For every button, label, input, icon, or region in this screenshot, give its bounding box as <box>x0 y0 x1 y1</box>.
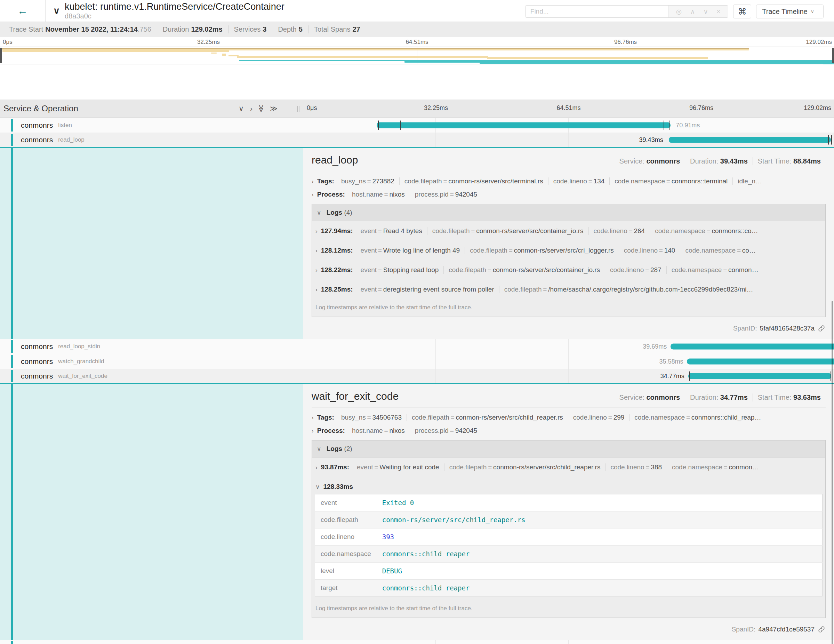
span-operation: read_loop <box>58 136 84 143</box>
detail-duration: Duration: 39.43ms <box>685 157 753 165</box>
logs-footnote: Log timestamps are relative to the start… <box>312 299 825 317</box>
timeline-tick: 129.02ms <box>804 104 831 112</box>
scope-match-icon[interactable]: ◎ <box>672 8 686 16</box>
span-bar[interactable] <box>687 359 834 365</box>
span-row-read-loop-stdin[interactable]: conmonrs read_loop_stdin 39.69ms <box>0 339 834 354</box>
tag-pair: busy_ns273882 <box>336 178 399 185</box>
table-row: targetconmonrs::child_reaper <box>315 579 823 597</box>
log-pair: code.filepathconmon-rs/server/src/child_… <box>444 463 606 471</box>
log-pair: code.filepathconmon-rs/server/src/cri_lo… <box>465 247 619 254</box>
table-row: code.namespaceconmonrs::child_reaper <box>315 545 823 563</box>
span-color-accent <box>11 148 13 339</box>
trace-view-label: Trace Timeline <box>762 8 807 16</box>
minimap-right-scrubber[interactable] <box>832 48 834 63</box>
span-duration: 70.91ms <box>676 122 700 129</box>
logs-accordion-header[interactable]: ∨ Logs (2) <box>312 440 825 458</box>
chevron-right-icon: › <box>312 178 314 185</box>
span-bar[interactable] <box>377 123 671 128</box>
tags-accordion[interactable]: › Tags: busy_ns273882 code.filepathconmo… <box>312 178 826 185</box>
log-entry[interactable]: › 93.87ms: eventWaiting for exit code co… <box>312 458 825 477</box>
tags-label: Tags: <box>317 178 334 185</box>
tag-pair: code.namespaceconmonrs::terminal <box>609 178 732 185</box>
chevron-down-icon: ∨ <box>811 9 814 14</box>
collapse-one-icon[interactable]: ∨ <box>236 104 247 113</box>
chevron-down-icon: ∨ <box>317 209 321 216</box>
chevron-right-icon: › <box>315 464 318 471</box>
tags-accordion[interactable]: › Tags: busy_ns34506763 code.filepathcon… <box>312 414 826 421</box>
log-timestamp: 128.25ms: <box>321 286 353 293</box>
expand-one-icon[interactable]: › <box>247 104 255 113</box>
tag-pair: code.filepathconmon-rs/server/src/termin… <box>399 178 548 185</box>
expand-all-icon[interactable]: ≫ <box>267 104 281 113</box>
log-pair: code.filepathconmon-rs/server/src/contai… <box>443 266 605 274</box>
log-pair: eventderegistering event source from pol… <box>356 286 499 293</box>
next-result-icon[interactable]: ∨ <box>699 8 712 16</box>
log-pair: code.lineno388 <box>605 463 667 471</box>
log-entry[interactable]: › 128.12ms: eventWrote log line of lengt… <box>312 241 825 260</box>
keyboard-shortcuts-button[interactable]: ⌘ <box>733 5 751 18</box>
process-pair: process.pid942045 <box>410 427 482 435</box>
process-accordion[interactable]: › Process: host.namenixos process.pid942… <box>312 427 826 435</box>
log-entry[interactable]: › 127.94ms: eventRead 4 bytes code.filep… <box>312 221 825 241</box>
vertical-scrollbar[interactable] <box>832 301 833 644</box>
span-id-value: 5faf48165428c37a <box>760 325 815 332</box>
log-entry[interactable]: › 128.25ms: eventderegistering event sou… <box>312 280 825 299</box>
trace-total-spans: Total Spans27 <box>308 25 366 33</box>
ruler-tick: 0μs <box>3 39 13 45</box>
span-service: conmonrs <box>21 372 53 380</box>
collapse-all-icon[interactable]: ≫ <box>257 103 265 114</box>
trace-summary-bar: Trace StartNovember 15 2022, 11:24:14.75… <box>0 21 834 37</box>
column-resize-handle[interactable] <box>297 106 299 112</box>
logs-accordion-header[interactable]: ∨ Logs (4) <box>312 204 825 221</box>
logs-section: ∨ Logs (2) › 93.87ms: eventWaiting for e… <box>312 440 826 618</box>
log-pair: eventStopping read loop <box>356 266 444 274</box>
process-pair: process.pid942045 <box>410 191 482 198</box>
table-row: code.lineno393 <box>315 529 823 545</box>
clear-search-icon[interactable]: × <box>712 8 724 15</box>
span-operation: wait_for_exit_code <box>58 373 107 380</box>
process-accordion[interactable]: › Process: host.namenixos process.pid942… <box>312 191 826 198</box>
minimap-left-scrubber[interactable] <box>0 48 2 63</box>
span-row-wait-for-exit-code[interactable]: conmonrs wait_for_exit_code 34.77ms <box>0 369 834 384</box>
span-operation: listen <box>58 122 72 129</box>
table-row: eventExited 0 <box>315 494 823 511</box>
span-bar[interactable] <box>671 344 834 350</box>
log-entry[interactable]: › 128.22ms: eventStopping read loop code… <box>312 260 825 280</box>
process-pair: host.namenixos <box>347 191 410 198</box>
command-icon: ⌘ <box>738 6 747 17</box>
copy-link-icon[interactable] <box>818 626 825 633</box>
timeline-minimap[interactable] <box>0 47 834 65</box>
tag-pair-truncated: idle_n… <box>732 178 767 185</box>
trace-id: d8a3a0c <box>65 13 284 20</box>
trace-view-select[interactable]: Trace Timeline ∨ <box>756 5 824 18</box>
chevron-down-icon: ∨ <box>315 483 320 490</box>
span-color-accent <box>11 641 13 644</box>
span-row-listen[interactable]: conmonrs listen 70.91ms <box>0 118 834 133</box>
span-row-write-exit-path[interactable]: conmonrs write_exit_path 303μs <box>0 640 834 644</box>
log-entry-expanded[interactable]: ∨ 128.33ms <box>312 477 825 493</box>
span-row-watch-grandchild[interactable]: conmonrs watch_grandchild 35.58ms <box>0 354 834 369</box>
span-table-header: Service & Operation ∨ › ≫ ≫ 0μs 32.25ms … <box>0 100 834 118</box>
span-bar[interactable] <box>669 137 831 143</box>
find-input[interactable] <box>525 6 668 18</box>
back-button[interactable]: ← <box>0 0 45 21</box>
trace-header-collapse-icon[interactable]: ∨ <box>53 6 60 16</box>
tag-pair: code.filepathconmon-rs/server/src/child_… <box>407 414 568 421</box>
process-pair: host.namenixos <box>347 427 410 435</box>
log-pair: code.namespaceconmon… <box>667 463 764 471</box>
copy-link-icon[interactable] <box>818 325 825 332</box>
prev-result-icon[interactable]: ∧ <box>686 8 699 16</box>
log-pair: code.lineno264 <box>588 227 650 235</box>
trace-duration: Duration129.02ms <box>157 25 228 33</box>
span-operation: read_loop_stdin <box>58 343 100 350</box>
span-row-read-loop[interactable]: conmonrs read_loop 39.43ms <box>0 133 834 148</box>
span-duration: 39.69ms <box>643 343 667 350</box>
span-bar[interactable] <box>688 373 831 379</box>
tags-label: Tags: <box>317 414 334 421</box>
log-timestamp: 128.22ms: <box>321 266 353 274</box>
span-detail-wait-for-exit-code: wait_for_exit_code Service: conmonrs Dur… <box>0 384 834 640</box>
minimap-ruler: 0μs 32.25ms 64.51ms 96.76ms 129.02ms <box>0 37 834 47</box>
trace-start: Trace StartNovember 15 2022, 11:24:14.75… <box>3 25 157 33</box>
span-service: conmonrs <box>21 342 53 351</box>
detail-start-time: Start Time: 93.63ms <box>753 393 826 401</box>
